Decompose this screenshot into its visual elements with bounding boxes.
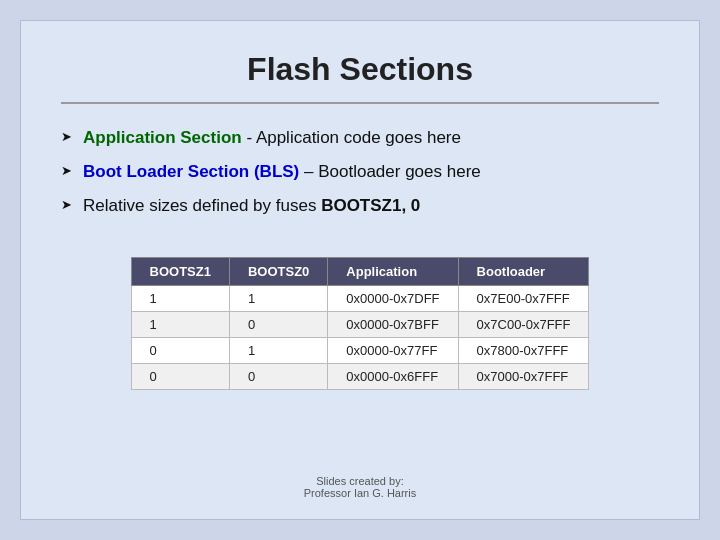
table-cell-r2-c0: 0 [131, 338, 229, 364]
table-row: 100x0000-0x7BFF0x7C00-0x7FFF [131, 312, 589, 338]
bullet-1-prefix: Application Section [83, 128, 242, 147]
table-cell-r3-c2: 0x0000-0x6FFF [328, 364, 458, 390]
table-row: 010x0000-0x77FF0x7800-0x7FFF [131, 338, 589, 364]
table-wrapper: BOOTSZ1 BOOTSZ0 Application Bootloader 1… [61, 257, 659, 390]
table-cell-r0-c1: 1 [229, 286, 327, 312]
table-cell-r2-c2: 0x0000-0x77FF [328, 338, 458, 364]
bullet-item-2: Boot Loader Section (BLS) – Bootloader g… [61, 160, 659, 184]
col-header-bootsz0: BOOTSZ0 [229, 258, 327, 286]
table-header-row: BOOTSZ1 BOOTSZ0 Application Bootloader [131, 258, 589, 286]
table-cell-r3-c3: 0x7000-0x7FFF [458, 364, 589, 390]
slide-title: Flash Sections [61, 51, 659, 104]
footer-line1: Slides created by: [61, 475, 659, 487]
col-header-application: Application [328, 258, 458, 286]
table-cell-r3-c1: 0 [229, 364, 327, 390]
flash-table: BOOTSZ1 BOOTSZ0 Application Bootloader 1… [131, 257, 590, 390]
table-cell-r0-c2: 0x0000-0x7DFF [328, 286, 458, 312]
table-cell-r2-c1: 1 [229, 338, 327, 364]
col-header-bootsz1: BOOTSZ1 [131, 258, 229, 286]
table-cell-r1-c0: 1 [131, 312, 229, 338]
bullet-3-suffix: BOOTSZ1, 0 [321, 196, 420, 215]
col-header-bootloader: Bootloader [458, 258, 589, 286]
table-cell-r1-c3: 0x7C00-0x7FFF [458, 312, 589, 338]
bullet-1-suffix: Application code goes here [256, 128, 461, 147]
table-row: 000x0000-0x6FFF0x7000-0x7FFF [131, 364, 589, 390]
bullet-2-connector: – [304, 162, 318, 181]
bullet-list: Application Section - Application code g… [61, 126, 659, 227]
bullet-item-1: Application Section - Application code g… [61, 126, 659, 150]
bullet-3-prefix: Relative sizes defined by fuses [83, 196, 321, 215]
bullet-item-3: Relative sizes defined by fuses BOOTSZ1,… [61, 194, 659, 218]
bullet-1-connector: - [246, 128, 255, 147]
bullet-2-prefix: Boot Loader Section (BLS) [83, 162, 299, 181]
footer: Slides created by: Professor Ian G. Harr… [61, 465, 659, 499]
footer-line2: Professor Ian G. Harris [61, 487, 659, 499]
table-row: 110x0000-0x7DFF0x7E00-0x7FFF [131, 286, 589, 312]
table-cell-r1-c2: 0x0000-0x7BFF [328, 312, 458, 338]
table-cell-r3-c0: 0 [131, 364, 229, 390]
slide: Flash Sections Application Section - App… [20, 20, 700, 520]
table-cell-r0-c3: 0x7E00-0x7FFF [458, 286, 589, 312]
table-cell-r2-c3: 0x7800-0x7FFF [458, 338, 589, 364]
table-cell-r0-c0: 1 [131, 286, 229, 312]
bullet-2-suffix: Bootloader goes here [318, 162, 481, 181]
table-cell-r1-c1: 0 [229, 312, 327, 338]
